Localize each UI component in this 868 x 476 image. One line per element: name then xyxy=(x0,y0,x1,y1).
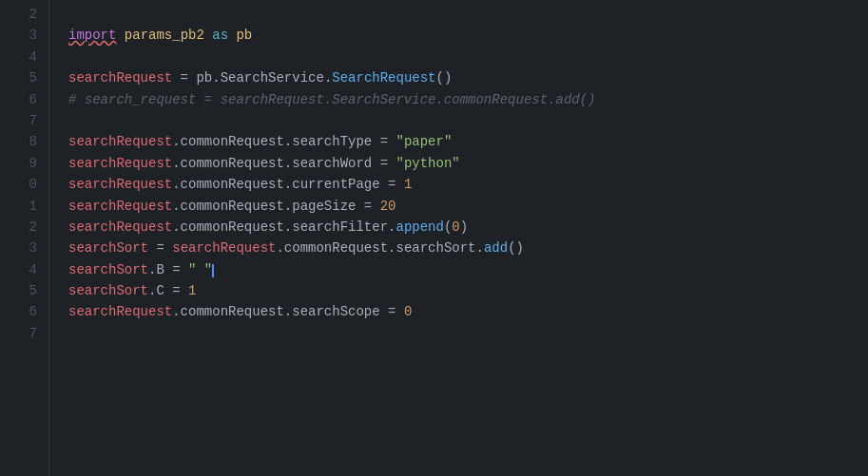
token-plain: () xyxy=(436,70,453,86)
token-number: 0 xyxy=(452,219,459,235)
line-number: 4 xyxy=(0,259,48,280)
line-number: 3 xyxy=(0,25,48,46)
token-string: " " xyxy=(188,262,212,277)
token-plain: = xyxy=(172,70,196,86)
token-plain: () xyxy=(508,240,524,256)
code-line: searchSort.C = 1 xyxy=(68,280,868,301)
line-number: 5 xyxy=(0,67,48,88)
code-line: searchRequest.commonRequest.searchFilter… xyxy=(68,217,868,238)
code-line xyxy=(68,47,868,67)
line-number: 6 xyxy=(0,301,48,322)
code-line: searchSort.B = " " xyxy=(68,259,868,280)
text-cursor xyxy=(212,264,214,277)
token-variable: searchRequest xyxy=(172,240,276,256)
token-method: SearchRequest xyxy=(332,70,435,86)
code-line: searchRequest.commonRequest.currentPage … xyxy=(68,174,868,195)
token-plain: .commonRequest. xyxy=(172,304,292,319)
code-line: searchRequest.commonRequest.pageSize = 2… xyxy=(68,196,868,217)
token-plain: ) xyxy=(460,219,468,235)
token-plain: searchFilter xyxy=(292,219,388,235)
code-line xyxy=(68,110,868,131)
token-variable: searchRequest xyxy=(68,134,172,149)
token-plain xyxy=(204,28,212,43)
line-number: 7 xyxy=(0,323,48,344)
line-number: 0 xyxy=(0,174,48,195)
token-variable: searchSort xyxy=(68,240,148,256)
token-plain: = xyxy=(380,304,404,319)
token-string: "python" xyxy=(395,156,459,171)
token-variable: searchRequest xyxy=(68,219,172,235)
token-plain: searchScope xyxy=(292,304,379,319)
token-comment: # search_request = searchRequest.SearchS… xyxy=(68,92,596,107)
code-line: searchRequest.commonRequest.searchType =… xyxy=(68,131,868,152)
line-number: 2 xyxy=(0,4,48,25)
code-line: # search_request = searchRequest.SearchS… xyxy=(68,89,868,110)
token-plain: . xyxy=(212,70,220,86)
token-variable: searchSort xyxy=(68,262,148,277)
token-variable: searchSort xyxy=(68,283,148,298)
line-number: 5 xyxy=(0,280,48,301)
line-number: 1 xyxy=(0,196,48,217)
token-plain xyxy=(116,28,124,43)
token-kw-import: import xyxy=(68,28,116,43)
token-variable: searchRequest xyxy=(68,199,172,214)
code-line xyxy=(68,323,868,344)
token-plain: searchType xyxy=(292,134,372,149)
line-number: 3 xyxy=(0,238,48,258)
token-plain: .commonRequest. xyxy=(172,156,292,171)
code-line: searchSort = searchRequest.commonRequest… xyxy=(68,238,868,258)
token-variable: searchRequest xyxy=(68,156,172,171)
token-string: "paper" xyxy=(395,134,452,149)
code-editor: 2345678901234567 import params_pb2 as pb… xyxy=(0,0,868,476)
token-plain: pageSize xyxy=(292,199,356,214)
token-plain: .commonRequest. xyxy=(172,199,292,214)
token-plain: currentPage xyxy=(292,177,379,192)
token-method: append xyxy=(395,219,443,235)
token-plain: = xyxy=(372,156,395,171)
token-plain: .commonRequest. xyxy=(172,219,292,235)
token-number: 1 xyxy=(188,283,196,298)
token-kw-as: as xyxy=(212,28,228,43)
token-number: 20 xyxy=(380,199,396,214)
token-plain: .commonRequest. xyxy=(172,134,292,149)
token-plain: .commonRequest. xyxy=(172,177,292,192)
token-number: 1 xyxy=(404,177,412,192)
token-plain: = xyxy=(380,177,404,192)
line-number: 8 xyxy=(0,131,48,152)
token-plain: .C = xyxy=(148,283,188,298)
token-method: add xyxy=(484,240,508,256)
line-numbers: 2345678901234567 xyxy=(0,0,49,476)
token-plain: pb xyxy=(196,70,212,86)
token-module-name: params_pb2 xyxy=(125,28,204,43)
line-number: 6 xyxy=(0,89,48,110)
line-number: 2 xyxy=(0,217,48,238)
token-plain: .commonRequest. xyxy=(276,240,395,256)
code-content[interactable]: import params_pb2 as pb searchRequest = … xyxy=(49,0,868,476)
line-number: 7 xyxy=(0,110,48,131)
line-number: 4 xyxy=(0,47,48,67)
token-plain: searchWord xyxy=(292,156,372,171)
token-plain: . xyxy=(476,240,484,256)
token-alias: pb xyxy=(236,28,252,43)
code-line: searchRequest.commonRequest.searchScope … xyxy=(68,301,868,322)
code-line: searchRequest = pb.SearchService.SearchR… xyxy=(68,67,868,88)
token-plain: searchSort xyxy=(395,240,475,256)
line-number: 9 xyxy=(0,153,48,174)
token-variable: searchRequest xyxy=(68,304,172,319)
token-plain: = xyxy=(148,240,172,256)
token-plain: = xyxy=(372,134,395,149)
token-plain: .B = xyxy=(148,262,188,277)
code-line xyxy=(68,4,868,25)
code-line: import params_pb2 as pb xyxy=(68,25,868,46)
token-variable: searchRequest xyxy=(68,70,172,86)
token-variable: searchRequest xyxy=(68,177,172,192)
token-plain: = xyxy=(356,199,379,214)
token-number: 0 xyxy=(404,304,412,319)
token-plain: SearchService xyxy=(221,70,324,86)
code-line: searchRequest.commonRequest.searchWord =… xyxy=(68,153,868,174)
